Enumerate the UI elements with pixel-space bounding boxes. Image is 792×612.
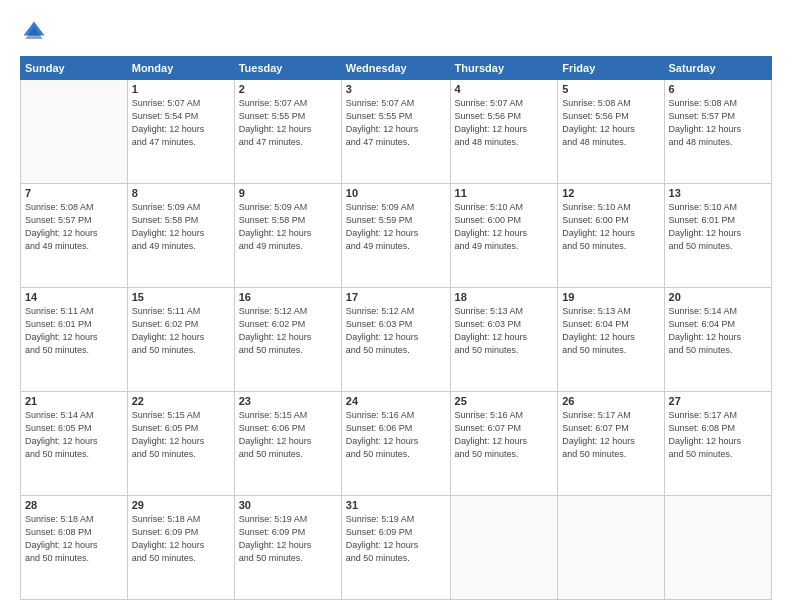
day-number: 22 (132, 395, 230, 407)
day-info: Sunrise: 5:17 AM Sunset: 6:08 PM Dayligh… (669, 409, 767, 461)
page: SundayMondayTuesdayWednesdayThursdayFrid… (0, 0, 792, 612)
day-info: Sunrise: 5:18 AM Sunset: 6:08 PM Dayligh… (25, 513, 123, 565)
day-number: 26 (562, 395, 659, 407)
day-number: 24 (346, 395, 446, 407)
calendar-cell: 31Sunrise: 5:19 AM Sunset: 6:09 PM Dayli… (341, 496, 450, 600)
calendar-cell: 3Sunrise: 5:07 AM Sunset: 5:55 PM Daylig… (341, 80, 450, 184)
col-header-tuesday: Tuesday (234, 57, 341, 80)
day-number: 19 (562, 291, 659, 303)
day-info: Sunrise: 5:07 AM Sunset: 5:55 PM Dayligh… (346, 97, 446, 149)
day-number: 10 (346, 187, 446, 199)
day-number: 30 (239, 499, 337, 511)
day-info: Sunrise: 5:08 AM Sunset: 5:57 PM Dayligh… (25, 201, 123, 253)
day-info: Sunrise: 5:07 AM Sunset: 5:56 PM Dayligh… (455, 97, 554, 149)
day-number: 25 (455, 395, 554, 407)
col-header-saturday: Saturday (664, 57, 771, 80)
day-number: 21 (25, 395, 123, 407)
calendar-cell: 9Sunrise: 5:09 AM Sunset: 5:58 PM Daylig… (234, 184, 341, 288)
day-info: Sunrise: 5:16 AM Sunset: 6:06 PM Dayligh… (346, 409, 446, 461)
calendar-cell: 19Sunrise: 5:13 AM Sunset: 6:04 PM Dayli… (558, 288, 664, 392)
calendar-cell (664, 496, 771, 600)
day-info: Sunrise: 5:19 AM Sunset: 6:09 PM Dayligh… (239, 513, 337, 565)
calendar-cell: 13Sunrise: 5:10 AM Sunset: 6:01 PM Dayli… (664, 184, 771, 288)
calendar-cell: 2Sunrise: 5:07 AM Sunset: 5:55 PM Daylig… (234, 80, 341, 184)
calendar-cell (450, 496, 558, 600)
col-header-wednesday: Wednesday (341, 57, 450, 80)
day-number: 2 (239, 83, 337, 95)
calendar-header-row: SundayMondayTuesdayWednesdayThursdayFrid… (21, 57, 772, 80)
col-header-monday: Monday (127, 57, 234, 80)
day-number: 15 (132, 291, 230, 303)
day-number: 11 (455, 187, 554, 199)
calendar-cell (558, 496, 664, 600)
day-info: Sunrise: 5:15 AM Sunset: 6:06 PM Dayligh… (239, 409, 337, 461)
calendar-cell: 5Sunrise: 5:08 AM Sunset: 5:56 PM Daylig… (558, 80, 664, 184)
calendar-cell: 11Sunrise: 5:10 AM Sunset: 6:00 PM Dayli… (450, 184, 558, 288)
day-info: Sunrise: 5:12 AM Sunset: 6:02 PM Dayligh… (239, 305, 337, 357)
day-number: 8 (132, 187, 230, 199)
day-number: 7 (25, 187, 123, 199)
day-info: Sunrise: 5:10 AM Sunset: 6:01 PM Dayligh… (669, 201, 767, 253)
day-number: 9 (239, 187, 337, 199)
calendar-cell: 27Sunrise: 5:17 AM Sunset: 6:08 PM Dayli… (664, 392, 771, 496)
logo-icon (20, 18, 48, 46)
calendar-cell: 6Sunrise: 5:08 AM Sunset: 5:57 PM Daylig… (664, 80, 771, 184)
day-number: 28 (25, 499, 123, 511)
calendar-cell: 16Sunrise: 5:12 AM Sunset: 6:02 PM Dayli… (234, 288, 341, 392)
col-header-thursday: Thursday (450, 57, 558, 80)
calendar-cell (21, 80, 128, 184)
day-number: 13 (669, 187, 767, 199)
calendar-cell: 28Sunrise: 5:18 AM Sunset: 6:08 PM Dayli… (21, 496, 128, 600)
day-number: 31 (346, 499, 446, 511)
calendar-cell: 17Sunrise: 5:12 AM Sunset: 6:03 PM Dayli… (341, 288, 450, 392)
day-info: Sunrise: 5:08 AM Sunset: 5:56 PM Dayligh… (562, 97, 659, 149)
day-info: Sunrise: 5:14 AM Sunset: 6:05 PM Dayligh… (25, 409, 123, 461)
logo (20, 18, 52, 46)
day-number: 29 (132, 499, 230, 511)
day-info: Sunrise: 5:14 AM Sunset: 6:04 PM Dayligh… (669, 305, 767, 357)
day-number: 23 (239, 395, 337, 407)
calendar-cell: 14Sunrise: 5:11 AM Sunset: 6:01 PM Dayli… (21, 288, 128, 392)
day-number: 3 (346, 83, 446, 95)
day-info: Sunrise: 5:09 AM Sunset: 5:59 PM Dayligh… (346, 201, 446, 253)
day-number: 20 (669, 291, 767, 303)
day-number: 6 (669, 83, 767, 95)
calendar-cell: 12Sunrise: 5:10 AM Sunset: 6:00 PM Dayli… (558, 184, 664, 288)
header (20, 18, 772, 46)
day-info: Sunrise: 5:17 AM Sunset: 6:07 PM Dayligh… (562, 409, 659, 461)
day-info: Sunrise: 5:13 AM Sunset: 6:04 PM Dayligh… (562, 305, 659, 357)
day-info: Sunrise: 5:10 AM Sunset: 6:00 PM Dayligh… (562, 201, 659, 253)
calendar-cell: 15Sunrise: 5:11 AM Sunset: 6:02 PM Dayli… (127, 288, 234, 392)
week-row-4: 21Sunrise: 5:14 AM Sunset: 6:05 PM Dayli… (21, 392, 772, 496)
calendar-cell: 7Sunrise: 5:08 AM Sunset: 5:57 PM Daylig… (21, 184, 128, 288)
day-info: Sunrise: 5:09 AM Sunset: 5:58 PM Dayligh… (239, 201, 337, 253)
calendar-cell: 23Sunrise: 5:15 AM Sunset: 6:06 PM Dayli… (234, 392, 341, 496)
calendar-cell: 20Sunrise: 5:14 AM Sunset: 6:04 PM Dayli… (664, 288, 771, 392)
week-row-2: 7Sunrise: 5:08 AM Sunset: 5:57 PM Daylig… (21, 184, 772, 288)
calendar: SundayMondayTuesdayWednesdayThursdayFrid… (20, 56, 772, 600)
week-row-1: 1Sunrise: 5:07 AM Sunset: 5:54 PM Daylig… (21, 80, 772, 184)
day-number: 17 (346, 291, 446, 303)
day-info: Sunrise: 5:13 AM Sunset: 6:03 PM Dayligh… (455, 305, 554, 357)
week-row-3: 14Sunrise: 5:11 AM Sunset: 6:01 PM Dayli… (21, 288, 772, 392)
calendar-cell: 25Sunrise: 5:16 AM Sunset: 6:07 PM Dayli… (450, 392, 558, 496)
week-row-5: 28Sunrise: 5:18 AM Sunset: 6:08 PM Dayli… (21, 496, 772, 600)
day-number: 1 (132, 83, 230, 95)
day-number: 18 (455, 291, 554, 303)
calendar-cell: 18Sunrise: 5:13 AM Sunset: 6:03 PM Dayli… (450, 288, 558, 392)
calendar-cell: 1Sunrise: 5:07 AM Sunset: 5:54 PM Daylig… (127, 80, 234, 184)
day-number: 27 (669, 395, 767, 407)
calendar-cell: 4Sunrise: 5:07 AM Sunset: 5:56 PM Daylig… (450, 80, 558, 184)
calendar-cell: 22Sunrise: 5:15 AM Sunset: 6:05 PM Dayli… (127, 392, 234, 496)
day-number: 16 (239, 291, 337, 303)
day-number: 12 (562, 187, 659, 199)
day-info: Sunrise: 5:12 AM Sunset: 6:03 PM Dayligh… (346, 305, 446, 357)
day-info: Sunrise: 5:09 AM Sunset: 5:58 PM Dayligh… (132, 201, 230, 253)
day-number: 5 (562, 83, 659, 95)
calendar-cell: 21Sunrise: 5:14 AM Sunset: 6:05 PM Dayli… (21, 392, 128, 496)
day-info: Sunrise: 5:19 AM Sunset: 6:09 PM Dayligh… (346, 513, 446, 565)
day-info: Sunrise: 5:10 AM Sunset: 6:00 PM Dayligh… (455, 201, 554, 253)
day-number: 4 (455, 83, 554, 95)
day-info: Sunrise: 5:18 AM Sunset: 6:09 PM Dayligh… (132, 513, 230, 565)
calendar-cell: 26Sunrise: 5:17 AM Sunset: 6:07 PM Dayli… (558, 392, 664, 496)
